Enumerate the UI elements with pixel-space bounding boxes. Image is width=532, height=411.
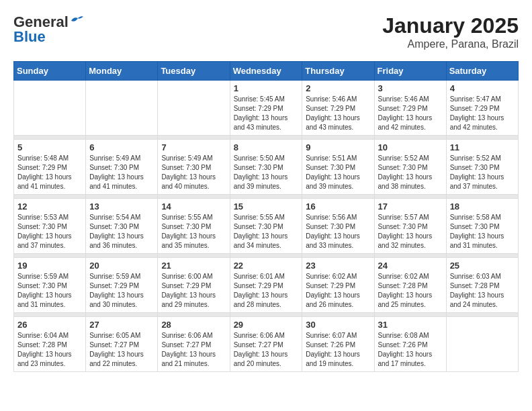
day-info: Sunrise: 5:56 AM Sunset: 7:30 PM Dayligh… bbox=[306, 213, 370, 250]
calendar-cell bbox=[446, 317, 518, 372]
calendar-cell: 30Sunrise: 6:07 AM Sunset: 7:26 PM Dayli… bbox=[302, 317, 374, 372]
calendar-subtitle: Ampere, Parana, Brazil bbox=[382, 38, 519, 50]
calendar-cell: 8Sunrise: 5:50 AM Sunset: 7:30 PM Daylig… bbox=[230, 140, 302, 195]
day-info: Sunrise: 6:02 AM Sunset: 7:28 PM Dayligh… bbox=[378, 272, 443, 310]
calendar-table: Sunday Monday Tuesday Wednesday Thursday… bbox=[13, 61, 519, 372]
day-number: 7 bbox=[161, 142, 226, 152]
calendar-cell: 3Sunrise: 5:46 AM Sunset: 7:29 PM Daylig… bbox=[374, 81, 446, 136]
day-info: Sunrise: 5:59 AM Sunset: 7:29 PM Dayligh… bbox=[89, 272, 154, 310]
day-info: Sunrise: 5:57 AM Sunset: 7:30 PM Dayligh… bbox=[378, 213, 443, 250]
day-number: 25 bbox=[450, 261, 515, 271]
logo: General Blue bbox=[13, 13, 85, 46]
day-info: Sunrise: 5:49 AM Sunset: 7:30 PM Dayligh… bbox=[89, 154, 154, 191]
week-row-4: 26Sunrise: 6:04 AM Sunset: 7:28 PM Dayli… bbox=[14, 317, 519, 372]
day-info: Sunrise: 6:02 AM Sunset: 7:29 PM Dayligh… bbox=[306, 272, 370, 310]
calendar-cell: 7Sunrise: 5:49 AM Sunset: 7:30 PM Daylig… bbox=[158, 140, 230, 195]
day-number: 1 bbox=[234, 83, 299, 93]
header-sunday: Sunday bbox=[14, 62, 86, 81]
week-row-1: 5Sunrise: 5:48 AM Sunset: 7:29 PM Daylig… bbox=[14, 140, 519, 195]
day-info: Sunrise: 6:03 AM Sunset: 7:28 PM Dayligh… bbox=[450, 272, 515, 310]
day-number: 6 bbox=[89, 142, 154, 152]
day-number: 18 bbox=[450, 201, 515, 212]
day-number: 26 bbox=[17, 320, 82, 330]
day-info: Sunrise: 6:01 AM Sunset: 7:29 PM Dayligh… bbox=[234, 272, 299, 310]
day-number: 14 bbox=[161, 201, 226, 212]
calendar-cell: 14Sunrise: 5:55 AM Sunset: 7:30 PM Dayli… bbox=[158, 199, 230, 254]
day-info: Sunrise: 6:07 AM Sunset: 7:26 PM Dayligh… bbox=[306, 331, 370, 369]
calendar-cell bbox=[86, 81, 158, 136]
day-info: Sunrise: 6:05 AM Sunset: 7:27 PM Dayligh… bbox=[89, 331, 154, 369]
day-number: 9 bbox=[306, 142, 370, 152]
calendar-cell: 29Sunrise: 6:06 AM Sunset: 7:27 PM Dayli… bbox=[230, 317, 302, 372]
calendar-cell: 9Sunrise: 5:51 AM Sunset: 7:30 PM Daylig… bbox=[302, 140, 374, 195]
calendar-cell: 17Sunrise: 5:57 AM Sunset: 7:30 PM Dayli… bbox=[374, 199, 446, 254]
day-info: Sunrise: 5:59 AM Sunset: 7:30 PM Dayligh… bbox=[17, 272, 82, 310]
day-number: 5 bbox=[17, 142, 82, 152]
day-info: Sunrise: 5:51 AM Sunset: 7:30 PM Dayligh… bbox=[306, 154, 370, 191]
week-row-3: 19Sunrise: 5:59 AM Sunset: 7:30 PM Dayli… bbox=[14, 258, 519, 313]
day-number: 28 bbox=[161, 320, 226, 330]
day-number: 8 bbox=[234, 142, 299, 152]
day-number: 3 bbox=[378, 83, 443, 93]
calendar-cell: 22Sunrise: 6:01 AM Sunset: 7:29 PM Dayli… bbox=[230, 258, 302, 313]
day-number: 13 bbox=[89, 201, 154, 212]
calendar-cell: 12Sunrise: 5:53 AM Sunset: 7:30 PM Dayli… bbox=[14, 199, 86, 254]
day-number: 19 bbox=[17, 261, 82, 271]
calendar-cell: 28Sunrise: 6:06 AM Sunset: 7:27 PM Dayli… bbox=[158, 317, 230, 372]
day-number: 12 bbox=[17, 201, 82, 212]
calendar-cell: 13Sunrise: 5:54 AM Sunset: 7:30 PM Dayli… bbox=[86, 199, 158, 254]
header-wednesday: Wednesday bbox=[230, 62, 302, 81]
day-number: 16 bbox=[306, 201, 370, 212]
calendar-cell: 15Sunrise: 5:55 AM Sunset: 7:30 PM Dayli… bbox=[230, 199, 302, 254]
calendar-cell: 31Sunrise: 6:08 AM Sunset: 7:26 PM Dayli… bbox=[374, 317, 446, 372]
day-number: 11 bbox=[450, 142, 515, 152]
day-info: Sunrise: 5:50 AM Sunset: 7:30 PM Dayligh… bbox=[234, 154, 299, 191]
day-number: 17 bbox=[378, 201, 443, 212]
day-info: Sunrise: 5:46 AM Sunset: 7:29 PM Dayligh… bbox=[306, 95, 370, 132]
day-info: Sunrise: 6:00 AM Sunset: 7:29 PM Dayligh… bbox=[161, 272, 226, 310]
day-number: 20 bbox=[89, 261, 154, 271]
day-number: 30 bbox=[306, 320, 370, 330]
day-info: Sunrise: 5:53 AM Sunset: 7:30 PM Dayligh… bbox=[17, 213, 82, 250]
logo-bird-icon bbox=[70, 15, 85, 26]
day-number: 27 bbox=[89, 320, 154, 330]
day-info: Sunrise: 5:52 AM Sunset: 7:30 PM Dayligh… bbox=[450, 154, 515, 191]
logo-blue-text: Blue bbox=[13, 28, 46, 46]
page-header: General Blue January 2025 Ampere, Parana… bbox=[13, 13, 519, 50]
day-info: Sunrise: 6:06 AM Sunset: 7:27 PM Dayligh… bbox=[161, 331, 226, 369]
day-info: Sunrise: 5:49 AM Sunset: 7:30 PM Dayligh… bbox=[161, 154, 226, 191]
calendar-cell: 21Sunrise: 6:00 AM Sunset: 7:29 PM Dayli… bbox=[158, 258, 230, 313]
day-info: Sunrise: 5:47 AM Sunset: 7:29 PM Dayligh… bbox=[450, 95, 515, 132]
calendar-cell bbox=[14, 81, 86, 136]
week-row-0: 1Sunrise: 5:45 AM Sunset: 7:29 PM Daylig… bbox=[14, 81, 519, 136]
header-monday: Monday bbox=[86, 62, 158, 81]
header-saturday: Saturday bbox=[446, 62, 518, 81]
day-number: 23 bbox=[306, 261, 370, 271]
calendar-cell: 25Sunrise: 6:03 AM Sunset: 7:28 PM Dayli… bbox=[446, 258, 518, 313]
header-friday: Friday bbox=[374, 62, 446, 81]
header-thursday: Thursday bbox=[302, 62, 374, 81]
day-info: Sunrise: 6:04 AM Sunset: 7:28 PM Dayligh… bbox=[17, 331, 82, 369]
calendar-cell: 26Sunrise: 6:04 AM Sunset: 7:28 PM Dayli… bbox=[14, 317, 86, 372]
day-number: 29 bbox=[234, 320, 299, 330]
day-number: 21 bbox=[161, 261, 226, 271]
header-tuesday: Tuesday bbox=[158, 62, 230, 81]
day-number: 15 bbox=[234, 201, 299, 212]
calendar-title: January 2025 bbox=[382, 13, 519, 38]
calendar-cell bbox=[158, 81, 230, 136]
day-info: Sunrise: 6:06 AM Sunset: 7:27 PM Dayligh… bbox=[234, 331, 299, 369]
day-number: 31 bbox=[378, 320, 443, 330]
calendar-cell: 2Sunrise: 5:46 AM Sunset: 7:29 PM Daylig… bbox=[302, 81, 374, 136]
day-info: Sunrise: 5:45 AM Sunset: 7:29 PM Dayligh… bbox=[234, 95, 299, 132]
calendar-cell: 19Sunrise: 5:59 AM Sunset: 7:30 PM Dayli… bbox=[14, 258, 86, 313]
calendar-cell: 27Sunrise: 6:05 AM Sunset: 7:27 PM Dayli… bbox=[86, 317, 158, 372]
calendar-cell: 23Sunrise: 6:02 AM Sunset: 7:29 PM Dayli… bbox=[302, 258, 374, 313]
day-info: Sunrise: 6:08 AM Sunset: 7:26 PM Dayligh… bbox=[378, 331, 443, 369]
day-info: Sunrise: 5:54 AM Sunset: 7:30 PM Dayligh… bbox=[89, 213, 154, 250]
day-number: 10 bbox=[378, 142, 443, 152]
day-info: Sunrise: 5:58 AM Sunset: 7:30 PM Dayligh… bbox=[450, 213, 515, 250]
day-number: 24 bbox=[378, 261, 443, 271]
calendar-header-row: Sunday Monday Tuesday Wednesday Thursday… bbox=[14, 62, 519, 81]
calendar-cell: 20Sunrise: 5:59 AM Sunset: 7:29 PM Dayli… bbox=[86, 258, 158, 313]
calendar-cell: 1Sunrise: 5:45 AM Sunset: 7:29 PM Daylig… bbox=[230, 81, 302, 136]
